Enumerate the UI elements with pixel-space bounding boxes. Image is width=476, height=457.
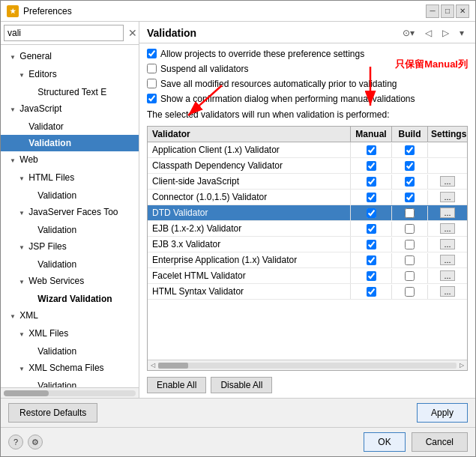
- checkbox-suspend-input[interactable]: [147, 64, 157, 73]
- settings-button[interactable]: ...: [440, 239, 454, 249]
- td-build[interactable]: [392, 285, 428, 299]
- settings-button[interactable]: ...: [440, 208, 454, 218]
- table-row[interactable]: Classpath Dependency Validator: [148, 158, 467, 174]
- nav-menu-button[interactable]: ▾: [456, 26, 468, 40]
- table-row[interactable]: Enterprise Application (1.x) Validator .…: [148, 252, 467, 268]
- td-manual[interactable]: [351, 253, 392, 267]
- td-manual[interactable]: [351, 269, 392, 283]
- checkbox-confirm-input[interactable]: [147, 94, 157, 103]
- tree-item-editors[interactable]: ▼ Editors: [1, 66, 139, 84]
- tree-item-xml-validation[interactable]: Validation: [1, 343, 139, 360]
- tree-item-jsp-files[interactable]: ▼ JSP Files: [1, 238, 139, 256]
- tree-item-jsf-validation[interactable]: Validation: [1, 222, 139, 238]
- search-input[interactable]: [4, 25, 124, 41]
- td-build[interactable]: [392, 237, 428, 252]
- settings-button[interactable]: ...: [440, 176, 454, 187]
- checkbox-save-input[interactable]: [147, 79, 157, 88]
- td-settings[interactable]: ...: [428, 252, 467, 267]
- enable-all-button[interactable]: Enable All: [147, 377, 206, 393]
- table-row-selected[interactable]: DTD Validator ...: [148, 205, 467, 221]
- table-row[interactable]: Client-side JavaScript ...: [148, 174, 467, 190]
- nav-forward2-button[interactable]: ▷: [439, 26, 453, 40]
- td-manual[interactable]: [351, 143, 392, 157]
- td-manual[interactable]: [351, 222, 392, 236]
- scroll-thumb-x[interactable]: [158, 363, 188, 369]
- settings-button[interactable]: ...: [440, 192, 454, 202]
- apply-button[interactable]: Apply: [417, 403, 468, 423]
- table-row[interactable]: HTML Syntax Validator ...: [148, 284, 467, 300]
- td-manual[interactable]: [351, 159, 392, 173]
- td-build[interactable]: [392, 253, 428, 267]
- td-settings[interactable]: ...: [428, 221, 467, 236]
- tree-item-html-files[interactable]: ▼ HTML Files: [1, 169, 139, 187]
- td-build[interactable]: [392, 190, 428, 205]
- table-row[interactable]: Application Client (1.x) Validator: [148, 142, 467, 158]
- td-settings[interactable]: ...: [428, 268, 467, 283]
- td-manual[interactable]: [351, 285, 392, 299]
- checkbox-confirm-label[interactable]: Show a confirmation dialog when performi…: [160, 93, 415, 105]
- table-row[interactable]: EJB 3.x Validator ...: [148, 237, 467, 252]
- settings-button[interactable]: ...: [440, 223, 454, 234]
- help-question-button[interactable]: ?: [8, 435, 23, 450]
- table-row[interactable]: Connector (1.0,1.5) Validator ...: [148, 190, 467, 205]
- tree-item-general[interactable]: ▼ General: [1, 48, 139, 66]
- nav-back-button[interactable]: ◁: [421, 26, 436, 40]
- scroll-track-left[interactable]: [4, 390, 136, 396]
- checkbox-override-input[interactable]: [147, 49, 157, 58]
- td-manual[interactable]: [351, 206, 392, 220]
- td-build[interactable]: [392, 159, 428, 173]
- scroll-left-arrow[interactable]: ◁: [149, 362, 157, 369]
- tree-item-xml-schema[interactable]: ▼ XML Schema Files: [1, 360, 139, 378]
- tree-item-xml-files[interactable]: ▼ XML Files: [1, 325, 139, 343]
- settings-button[interactable]: ...: [440, 270, 454, 281]
- td-settings[interactable]: ...: [428, 237, 467, 252]
- dialog-footer: Restore Defaults Apply: [1, 398, 475, 427]
- td-settings[interactable]: ...: [428, 190, 467, 205]
- td-manual[interactable]: [351, 190, 392, 205]
- tree-item-jsf[interactable]: ▼ JavaServer Faces Too: [1, 204, 139, 222]
- search-clear-button[interactable]: ✕: [126, 27, 139, 39]
- info-text: The selected validators will run when va…: [147, 109, 468, 120]
- settings-button[interactable]: ...: [440, 255, 454, 265]
- disable-all-button[interactable]: Disable All: [211, 377, 272, 393]
- tree-item-javascript[interactable]: ▼ JavaScript: [1, 100, 139, 118]
- td-validator: Client-side JavaScript: [148, 174, 351, 189]
- restore-defaults-button[interactable]: Restore Defaults: [8, 403, 97, 423]
- ok-button[interactable]: OK: [364, 432, 405, 452]
- td-build[interactable]: [392, 269, 428, 283]
- tree-item-validation-js[interactable]: Validation: [1, 135, 139, 151]
- td-manual[interactable]: [351, 175, 392, 189]
- tree-item-jsp-validation[interactable]: Validation: [1, 256, 139, 273]
- td-settings[interactable]: ...: [428, 174, 467, 189]
- td-build[interactable]: [392, 222, 428, 236]
- checkbox-suspend-label[interactable]: Suspend all validators: [160, 63, 248, 75]
- nav-forward-button[interactable]: ⊙▾: [399, 26, 418, 40]
- close-button[interactable]: ✕: [456, 4, 469, 18]
- tree-item-xml-schema-validation[interactable]: Validation: [1, 378, 139, 387]
- maximize-button[interactable]: □: [441, 4, 454, 18]
- settings-button[interactable]: ...: [440, 286, 454, 297]
- td-build[interactable]: [392, 175, 428, 189]
- tree-item-html-validation[interactable]: Validation: [1, 187, 139, 204]
- tree-item-xml[interactable]: ▼ XML: [1, 307, 139, 325]
- td-build[interactable]: [392, 143, 428, 157]
- scroll-thumb-left[interactable]: [4, 390, 49, 396]
- tree-item-web[interactable]: ▼ Web: [1, 151, 139, 169]
- minimize-button[interactable]: ─: [426, 4, 439, 18]
- tree-item-validator[interactable]: Validator: [1, 118, 139, 135]
- td-manual[interactable]: [351, 237, 392, 252]
- table-row[interactable]: Facelet HTML Validator ...: [148, 268, 467, 284]
- tree-item-wizard-validation[interactable]: Wizard Validation: [1, 291, 139, 307]
- help-settings-button[interactable]: ⚙: [28, 435, 43, 450]
- scroll-right-arrow[interactable]: ▷: [458, 362, 466, 369]
- cancel-button[interactable]: Cancel: [412, 432, 468, 452]
- tree-item-structured-text[interactable]: Structured Text E: [1, 84, 139, 100]
- table-row[interactable]: EJB (1.x-2.x) Validator ...: [148, 221, 467, 237]
- tree-item-web-services[interactable]: ▼ Web Services: [1, 273, 139, 291]
- td-settings[interactable]: ...: [428, 284, 467, 299]
- scroll-track-x[interactable]: [158, 363, 457, 369]
- td-build[interactable]: [392, 206, 428, 220]
- checkbox-save-label[interactable]: Save all modified resources automaticall…: [160, 78, 397, 90]
- checkbox-override-label[interactable]: Allow projects to override these prefere…: [160, 48, 364, 60]
- td-settings[interactable]: ...: [428, 205, 467, 220]
